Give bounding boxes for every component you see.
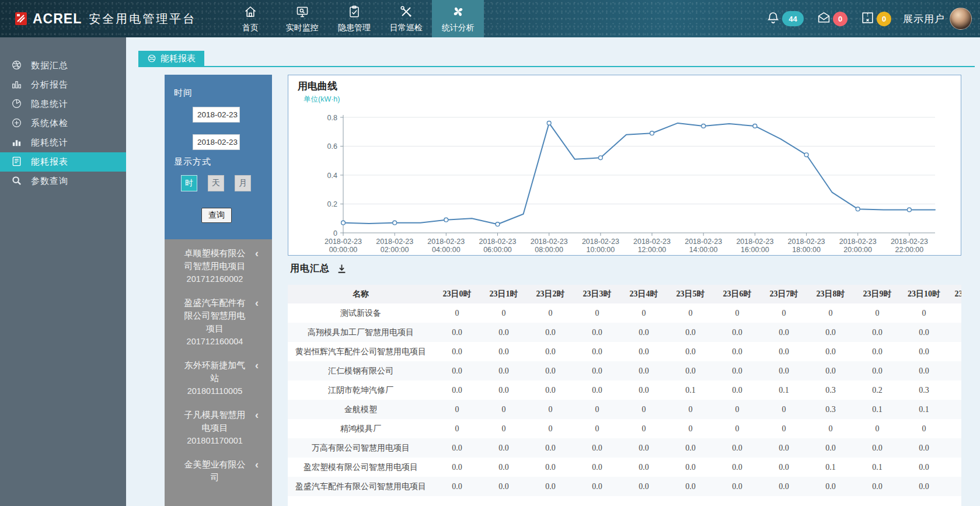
column-header-hour: 23日9时 bbox=[854, 289, 901, 299]
value-cell: 0.3 bbox=[901, 386, 947, 395]
bars-outline-icon bbox=[11, 79, 22, 92]
svg-text:0.4: 0.4 bbox=[327, 172, 337, 180]
tab-energy-report[interactable]: 能耗报表 bbox=[138, 51, 204, 66]
sidebar-item-report[interactable]: 能耗报表 bbox=[0, 152, 126, 172]
value-cell: 0.0 bbox=[714, 328, 761, 337]
svg-text:2018-02-23: 2018-02-23 bbox=[531, 238, 568, 246]
query-button[interactable]: 查询 bbox=[201, 208, 232, 223]
nav-item-pinwheel[interactable]: 统计分析 bbox=[432, 0, 484, 37]
time-label: 时间 bbox=[174, 88, 193, 99]
value-cell: 0.0 bbox=[480, 367, 527, 376]
value-cell: 0 bbox=[807, 309, 854, 318]
value-cell: 0.0 bbox=[574, 347, 620, 357]
nav-item-tools[interactable]: 日常巡检 bbox=[380, 0, 432, 37]
value-cell: 0.0 bbox=[854, 347, 901, 357]
column-header-hour: 23日6时 bbox=[714, 289, 761, 299]
project-item[interactable]: 子凡模具智慧用电项目201801170001‹ bbox=[165, 409, 272, 447]
column-header-hour: 23日0时 bbox=[434, 289, 480, 299]
value-cell: 0.0 bbox=[480, 386, 527, 395]
collapse-chevron-icon[interactable]: ‹ bbox=[255, 360, 259, 371]
value-cell: 0.0 bbox=[434, 482, 480, 491]
project-name-cell: 金航模塑 bbox=[288, 404, 434, 415]
svg-text:12:00:00: 12:00:00 bbox=[638, 246, 667, 254]
bell-button[interactable]: 44 bbox=[766, 11, 804, 27]
project-item[interactable]: 卓顺塑模有限公司智慧用电项目201712160002‹ bbox=[165, 247, 272, 285]
project-item[interactable]: 盈盛汽车配件有限公司智慧用电项目201712160004‹ bbox=[165, 296, 272, 348]
value-cell: 0.0 bbox=[480, 347, 527, 357]
svg-text:2018-02-23: 2018-02-23 bbox=[891, 238, 928, 246]
project-code: 201801170001 bbox=[183, 434, 246, 447]
value-cell: 0 bbox=[667, 309, 714, 318]
mail-icon bbox=[817, 11, 831, 27]
nav-item-label: 隐患管理 bbox=[338, 23, 371, 33]
value-cell: 0.0 bbox=[527, 463, 574, 472]
mode-button-3[interactable]: 月 bbox=[235, 175, 251, 191]
value-cell: 0.0 bbox=[434, 347, 480, 357]
collapse-chevron-icon[interactable]: ‹ bbox=[255, 459, 259, 470]
mode-button-1[interactable]: 时 bbox=[181, 175, 197, 191]
collapse-chevron-icon[interactable]: ‹ bbox=[255, 247, 259, 259]
sidebar-item-bars-solid[interactable]: 能耗统计 bbox=[0, 133, 126, 152]
sidebar-item-search[interactable]: 参数查询 bbox=[0, 172, 126, 191]
collapse-chevron-icon[interactable]: ‹ bbox=[255, 409, 259, 421]
project-item[interactable]: 金美塑业有限公司‹ bbox=[165, 458, 272, 484]
value-cell: 0 bbox=[620, 424, 667, 434]
sidebar-item-dribbble[interactable]: 数据汇总 bbox=[0, 56, 126, 75]
value-cell: 0.0 bbox=[667, 444, 714, 453]
acrel-logo-icon bbox=[14, 11, 28, 26]
value-cell: 0.0 bbox=[901, 463, 947, 472]
value-cell: 0.0 bbox=[574, 444, 620, 453]
value-cell: 0.0 bbox=[434, 444, 480, 453]
sidebar-item-label: 隐患统计 bbox=[31, 99, 68, 110]
date-to-input[interactable] bbox=[193, 134, 240, 150]
value-cell: 0.0 bbox=[854, 328, 901, 337]
date-from-input[interactable] bbox=[193, 107, 240, 123]
nav-item-clipboard[interactable]: 隐患管理 bbox=[328, 0, 380, 37]
table-row: 江阴市乾坤汽修厂0.00.00.00.00.00.10.00.10.30.20.… bbox=[288, 381, 961, 400]
mail-button[interactable]: 0 bbox=[817, 11, 848, 27]
value-cell: 0.0 bbox=[527, 328, 574, 337]
value-cell: 0.0 bbox=[901, 328, 947, 337]
nav-item-monitor[interactable]: 实时监控 bbox=[276, 0, 328, 37]
value-cell: 0.0 bbox=[807, 367, 854, 376]
table-row: 盈盛汽车配件有限公司智慧用电项目0.00.00.00.00.00.00.00.0… bbox=[288, 477, 961, 496]
breaker-button[interactable]: 0 bbox=[860, 11, 891, 27]
project-name-cell: 汇仁模钢有限公司 bbox=[288, 366, 434, 376]
electricity-curve-panel: 00.20.40.60.82018-02-2300:00:002018-02-2… bbox=[288, 75, 961, 256]
table-row: 万高有限公司智慧用电项目0.00.00.00.00.00.00.00.00.00… bbox=[288, 438, 961, 458]
chart-unit-label: 单位(kW·h) bbox=[304, 95, 340, 104]
value-cell: 0.0 bbox=[807, 444, 854, 453]
dribbble-icon bbox=[11, 60, 22, 72]
sidebar-item-plus-circle[interactable]: 系统体检 bbox=[0, 114, 126, 133]
value-cell: 0.0 bbox=[527, 367, 574, 376]
value-cell: 0.0 bbox=[854, 444, 901, 453]
nav-item-label: 日常巡检 bbox=[390, 23, 423, 33]
mode-button-2[interactable]: 天 bbox=[208, 175, 224, 191]
value-cell: 0.0 bbox=[527, 386, 574, 395]
column-header-hour: 23日4时 bbox=[620, 289, 667, 299]
nav-item-label: 实时监控 bbox=[286, 23, 319, 33]
project-name-cell: 测试新设备 bbox=[288, 308, 434, 319]
nav-item-home[interactable]: 首页 bbox=[224, 0, 276, 37]
user-menu[interactable]: 展示用户 bbox=[903, 12, 945, 26]
value-cell: 0.1 bbox=[667, 386, 714, 395]
column-header-hour: 23日3时 bbox=[574, 289, 620, 299]
value-cell: 0 bbox=[761, 405, 807, 414]
table-row: 测试新设备00000000000 bbox=[288, 303, 961, 323]
sidebar-item-bars-outline[interactable]: 分析报告 bbox=[0, 75, 126, 95]
line-chart: 00.20.40.60.82018-02-2300:00:002018-02-2… bbox=[288, 75, 961, 255]
svg-text:02:00:00: 02:00:00 bbox=[381, 246, 409, 254]
project-item[interactable]: 东外环新捷加气站201801110005‹ bbox=[165, 359, 272, 397]
sidebar-item-pie[interactable]: 隐患统计 bbox=[0, 95, 126, 114]
project-name-cell: 盈盛汽车配件有限公司智慧用电项目 bbox=[288, 481, 434, 492]
value-cell: 0.0 bbox=[527, 482, 574, 491]
download-icon[interactable] bbox=[336, 263, 347, 274]
plus-circle-icon bbox=[11, 117, 22, 130]
user-avatar[interactable] bbox=[950, 8, 972, 30]
svg-text:20:00:00: 20:00:00 bbox=[843, 246, 872, 254]
collapse-chevron-icon[interactable]: ‹ bbox=[255, 297, 259, 309]
table-row: 汇仁模钢有限公司0.00.00.00.00.00.00.00.00.00.00.… bbox=[288, 361, 961, 381]
project-name: 盈盛汽车配件有限公司智慧用电项目 bbox=[183, 296, 246, 335]
value-cell: 0.0 bbox=[714, 444, 761, 453]
project-code: 201801110005 bbox=[183, 385, 246, 397]
